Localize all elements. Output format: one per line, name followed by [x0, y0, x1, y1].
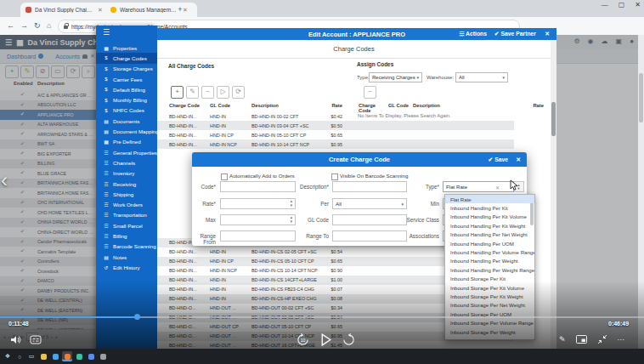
sidebar-item-storage-charges[interactable]: $Storage Charges	[96, 64, 157, 74]
dropdown-item[interactable]: Inbound Handling Per UOM	[445, 239, 534, 247]
range-to-input[interactable]	[332, 230, 407, 242]
remove-charge-code-button[interactable]: −	[201, 86, 214, 99]
per-select[interactable]: All▾	[332, 198, 407, 209]
sidebar-item-notes[interactable]: ▤Notes	[96, 252, 157, 262]
description-input[interactable]	[332, 181, 407, 192]
forward-icon[interactable]	[342, 333, 355, 346]
annotate-pencil-icon[interactable]: ✎	[559, 335, 566, 344]
charge-code-row[interactable]: BD-HND-IN...HND-IN NCPBD-HND-IN 10-14 CF…	[157, 139, 514, 149]
clear-icon[interactable]: ✕	[495, 185, 500, 191]
app-icon[interactable]	[86, 351, 96, 361]
visible-barcode-checkbox[interactable]	[331, 173, 338, 180]
file-explorer-icon[interactable]	[38, 351, 48, 361]
sidebar-item-billing[interactable]: ☰Billing	[96, 230, 157, 241]
volume-icon[interactable]	[10, 335, 22, 344]
rate-input[interactable]: ▲▼	[220, 198, 296, 209]
sidebar-item-receiving[interactable]: ☰Receiving	[96, 179, 157, 189]
recording-app-icon[interactable]	[62, 351, 72, 361]
charge-code-row[interactable]: BD-HND-IN...HND-INBD-HND-IN 00-02 CFT$0.…	[157, 111, 514, 121]
scrollbar-thumb[interactable]	[639, 73, 643, 122]
charge-code-row[interactable]: BD-HND-IN...HND-INBD-HND-IN 03-04 CFT +S…	[157, 121, 514, 130]
shrink-icon[interactable]	[597, 334, 607, 344]
auto-add-checkbox[interactable]	[221, 173, 228, 180]
sidebar-item-properties[interactable]: ▦Properties	[96, 43, 157, 53]
app-icon[interactable]	[74, 351, 84, 361]
edit-modal-scrollbar-thumb[interactable]	[551, 102, 556, 136]
dropdown-item[interactable]: Inbound Storage Per Kit Volume	[445, 283, 534, 292]
refresh-charge-codes-button[interactable]: ⟳	[232, 86, 245, 99]
dropdown-item[interactable]: Inbound Storage Per Net Weight	[445, 301, 534, 310]
start-button[interactable]: ❖	[3, 351, 13, 361]
create-modal-close-icon[interactable]: ✕	[516, 156, 521, 163]
search-button[interactable]: ○	[14, 351, 25, 361]
captions-icon[interactable]	[30, 335, 42, 344]
dropdown-item[interactable]: Inbound Handling Per Kit Weight	[445, 221, 534, 230]
gl-code-input[interactable]	[332, 214, 407, 225]
dropdown-item[interactable]: Inbound Handling Per Kit	[445, 203, 534, 212]
sidebar-item-default-billing[interactable]: $Default Billing	[96, 84, 157, 94]
dropdown-item[interactable]: Flat Rate	[445, 195, 534, 203]
sidebar-item-document-mapping[interactable]: ▤Document Mapping	[96, 126, 157, 136]
home-icon[interactable]: ⌂	[47, 21, 51, 30]
edit-modal-close-icon[interactable]: ✕	[545, 31, 550, 37]
copy-charge-code-button[interactable]: ▷	[217, 86, 229, 99]
save-button[interactable]: ✔ Save	[489, 156, 508, 163]
pip-icon[interactable]	[576, 335, 587, 344]
reload-icon[interactable]: ↻	[34, 21, 41, 30]
browser-tab-1[interactable]: Da Vinci Supply Chain Busines ✕	[20, 3, 112, 17]
dropdown-item[interactable]: Inbound Handling Per Weight	[445, 257, 534, 265]
sidebar-item-small-parcel[interactable]: ☰Small Parcel	[96, 220, 157, 230]
dropdown-item[interactable]: Inbound Storage Per Kit Weight	[445, 292, 534, 300]
assign-warehouse-select[interactable]: All▾	[455, 72, 508, 82]
sidebar-item-carrier-fees[interactable]: $Carrier Fees	[96, 74, 157, 84]
sidebar-item-edit-history[interactable]: ↺Edit History	[96, 262, 157, 272]
minimize-icon[interactable]: —	[602, 1, 608, 9]
new-tab-button[interactable]: +	[175, 4, 185, 14]
sidebar-hamburger-icon[interactable]: ☰	[103, 28, 110, 37]
task-view-button[interactable]: ▭	[26, 351, 37, 361]
code-input[interactable]	[220, 181, 296, 192]
dropdown-item[interactable]: Inbound Handling Per Weight Range	[445, 265, 534, 274]
close-window-icon[interactable]: ✕	[635, 1, 641, 9]
tab-close-icon[interactable]: ✕	[98, 7, 103, 14]
maximize-icon[interactable]: ▢	[619, 1, 625, 9]
forward-icon[interactable]: →	[20, 21, 28, 30]
dropdown-item[interactable]: Inbound Handling Per Volume Range	[445, 247, 534, 256]
sidebar-item-nhfc-codes[interactable]: $NHFC Codes	[96, 105, 157, 116]
assign-type-select[interactable]: Receiving Charges▾	[369, 72, 422, 82]
rewind-10-icon[interactable]: 10	[297, 333, 309, 346]
app-icon[interactable]	[98, 351, 108, 361]
browser-scrollbar[interactable]	[638, 35, 644, 349]
dropdown-item[interactable]: Inbound Handling Per Net Weight	[445, 230, 534, 239]
sidebar-item-channels[interactable]: ☰Channels	[96, 157, 157, 168]
edge-icon[interactable]	[50, 351, 60, 361]
dropdown-item[interactable]: Inbound Storage Per Volume Range	[445, 318, 534, 327]
more-options-icon[interactable]: ⋯	[618, 336, 624, 344]
charge-code-row[interactable]: BD-HND-IN...HND-IN CPBD-HND-IN 05-10 CFT…	[157, 130, 514, 139]
sidebar-item-charge-codes[interactable]: $Charge Codes	[96, 53, 157, 63]
max-input[interactable]: ▲▼	[220, 214, 296, 225]
sidebar-item-general-properties[interactable]: ☰General Properties	[96, 147, 157, 157]
save-partner-button[interactable]: ✔ Save Partner	[494, 31, 536, 37]
range-from-input[interactable]	[220, 230, 296, 242]
back-icon[interactable]: ←	[7, 21, 14, 30]
sidebar-item-transportation[interactable]: ☰Transportation	[96, 210, 157, 220]
edit-modal-scrollbar[interactable]	[551, 40, 556, 364]
sidebar-item-monthly-billing[interactable]: $Monthly Billing	[96, 95, 157, 105]
dropdown-item[interactable]: Inbound Storage Per Kit	[445, 275, 534, 283]
sidebar-item-shipping[interactable]: ☰Shipping	[96, 189, 157, 199]
sidebar-item-barcode-scanning[interactable]: ☰Barcode Scanning	[96, 242, 157, 252]
assign-remove-button[interactable]: −	[364, 86, 376, 99]
prev-chevron-icon[interactable]: ‹	[1, 168, 8, 192]
sidebar-item-inventory[interactable]: ☰Inventory	[96, 168, 157, 179]
edit-charge-code-button[interactable]: ✎	[186, 86, 199, 99]
sidebar-item-pre-defined[interactable]: ▦Pre Defined	[96, 137, 157, 147]
video-progress-handle[interactable]	[134, 314, 140, 320]
play-icon[interactable]	[319, 333, 333, 347]
dropdown-item[interactable]: Inbound Storage Per Weight	[445, 327, 534, 336]
add-charge-code-button[interactable]: +	[171, 86, 184, 99]
type-input[interactable]: Flat Rate ✕	[443, 181, 514, 192]
dropdown-item[interactable]: Inbound Handling Per Kit Volume	[445, 213, 534, 221]
sidebar-item-documents[interactable]: ▤Documents	[96, 116, 157, 126]
actions-button[interactable]: ☰ Actions	[459, 31, 487, 37]
